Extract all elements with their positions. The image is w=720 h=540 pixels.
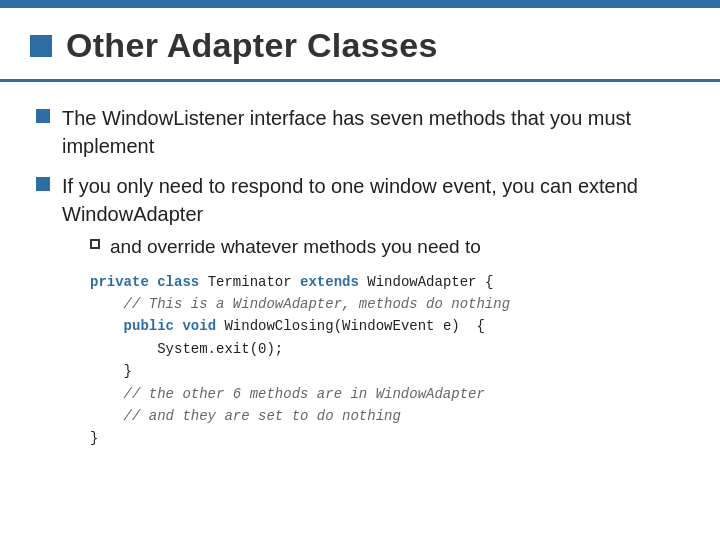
sub-bullet-text: and override whatever methods you need t… xyxy=(110,234,481,261)
main-bullet-list: The WindowListener interface has seven m… xyxy=(36,104,684,450)
bullet-2-container: If you only need to respond to one windo… xyxy=(62,172,684,450)
code-keyword-void: void xyxy=(182,318,216,334)
slide: Other Adapter Classes The WindowListener… xyxy=(0,0,720,540)
bullet-text-2: If you only need to respond to one windo… xyxy=(62,175,638,225)
bullet-dot-1 xyxy=(36,109,50,123)
slide-header: Other Adapter Classes xyxy=(0,8,720,82)
header-icon xyxy=(30,35,52,57)
code-block: private class Terminator extends WindowA… xyxy=(90,271,684,450)
bullet-item-1: The WindowListener interface has seven m… xyxy=(36,104,684,160)
bullet-item-2: If you only need to respond to one windo… xyxy=(36,172,684,450)
code-keyword-extends: extends xyxy=(300,274,359,290)
slide-title: Other Adapter Classes xyxy=(66,26,438,65)
code-keyword-public: public xyxy=(124,318,174,334)
code-keyword-class: class xyxy=(157,274,199,290)
top-bar xyxy=(0,0,720,8)
code-comment-1: // This is a WindowAdapter, methods do n… xyxy=(124,296,510,312)
code-comment-3: // and they are set to do nothing xyxy=(124,408,401,424)
sub-bullet-list: and override whatever methods you need t… xyxy=(90,234,684,261)
sub-bullet-item: and override whatever methods you need t… xyxy=(90,234,684,261)
bullet-dot-2 xyxy=(36,177,50,191)
bullet-text-1: The WindowListener interface has seven m… xyxy=(62,104,684,160)
slide-content: The WindowListener interface has seven m… xyxy=(0,82,720,484)
code-comment-2: // the other 6 methods are in WindowAdap… xyxy=(124,386,485,402)
code-keyword-private: private xyxy=(90,274,149,290)
sub-bullet-dot xyxy=(90,239,100,249)
